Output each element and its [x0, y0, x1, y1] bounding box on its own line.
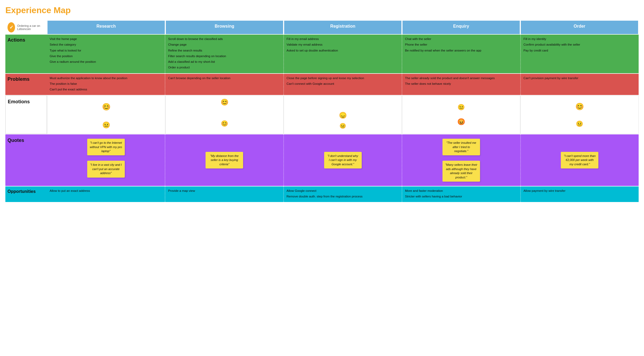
actions-browsing: Scroll down to browse the classified ads… [165, 35, 283, 73]
quotes-order: "I can't spend more than €2,000 per week… [521, 134, 639, 186]
quotes-label: Quotes [5, 134, 47, 186]
problems-research: Must authorize the application to know a… [47, 74, 165, 95]
emotions-enquiry: 😐 😡 [402, 96, 520, 134]
logo-icon [8, 22, 15, 32]
opportunities-order: Allow payment by wire transfer [521, 186, 639, 202]
quote-enquiry-2: "Many sellers leave their ads although t… [442, 161, 480, 182]
problems-order: Can't provision payment by wire transfer [521, 74, 639, 95]
emotions-research: 😊 😐 [47, 96, 165, 134]
quotes-row: Quotes "I can't go to the Internet witho… [5, 134, 639, 186]
experience-map: Ordering a car on Leboncoin Research Bro… [5, 20, 639, 203]
header-row: Ordering a car on Leboncoin Research Bro… [5, 20, 639, 35]
emotion-browsing-neutral: 😊 [221, 119, 229, 128]
opportunities-registration: Allow Google connect Remove double auth.… [284, 186, 402, 202]
phase-browsing: Browsing [165, 20, 284, 35]
quotes-enquiry: "The seller insulted me after I tried to… [402, 134, 520, 186]
quote-enquiry-1: "The seller insulted me after I tried to… [442, 139, 480, 155]
emotion-research-happy: 😊 [102, 102, 111, 112]
quote-registration-1: "I don't understand why I can't sign in … [324, 152, 362, 168]
emotion-registration-neutral: 😐 [339, 122, 347, 130]
emotions-label: Emotions [5, 96, 47, 134]
problems-enquiry: The seller already sold the product and … [402, 74, 520, 95]
opportunities-row: Opportunities Allow to put an exact addr… [5, 186, 639, 203]
page-title: Experience Map [5, 5, 639, 15]
phase-headers: Research Browsing Registration Enquiry O… [47, 20, 639, 35]
emotions-registration: 😞 😐 [284, 96, 402, 134]
phase-enquiry: Enquiry [402, 20, 520, 35]
emotion-browsing-happy: 😊 [221, 97, 229, 107]
emotion-order-neutral: 😐 [575, 119, 584, 128]
opportunities-label: Opportunities [5, 186, 47, 202]
quote-order-1: "I can't spend more than €2,000 per week… [561, 152, 598, 168]
logo-text: Ordering a car on Leboncoin [17, 24, 45, 31]
quotes-browsing: "My distance from the seller is a key bu… [165, 134, 283, 186]
problems-browsing: Can't browse depending on the seller loc… [165, 74, 283, 95]
emotions-row: Emotions 😊 😐 😊 😊 [5, 96, 639, 134]
logo-area: Ordering a car on Leboncoin [5, 20, 47, 35]
actions-registration: Fill in my email address Validate my ema… [284, 35, 402, 73]
emotion-registration-sad: 😞 [339, 111, 347, 120]
emotion-enquiry-angry: 😡 [457, 117, 465, 127]
emotion-order-happy: 😊 [575, 101, 584, 112]
quote-browsing-1: "My distance from the seller is a key bu… [206, 152, 243, 168]
emotions-browsing: 😊 😊 [165, 96, 284, 134]
phase-registration: Registration [284, 20, 402, 35]
emotions-cells: 😊 😐 😊 😊 😞 😐 😐 😡 [47, 96, 639, 134]
quotes-cells: "I can't go to the Internet without VPN … [47, 134, 639, 186]
emotion-enquiry-neutral: 😐 [457, 103, 465, 112]
opportunities-browsing: Provide a map view [165, 186, 283, 202]
problems-row: Problems Must authorize the application … [5, 74, 639, 96]
quote-research-1: "I can't go to the Internet without VPN … [87, 139, 125, 155]
actions-label: Actions [5, 35, 47, 73]
opportunities-research: Allow to put an exact address [47, 186, 165, 202]
problems-registration: Close the page before signing up and loo… [284, 74, 402, 95]
phase-order: Order [520, 20, 639, 35]
problems-label: Problems [5, 74, 47, 95]
actions-order: Fill in my identity Confirm product avai… [521, 35, 639, 73]
quote-research-2: "I live in a vast city and I can't put a… [87, 161, 125, 177]
actions-enquiry: Chat with the seller Phone the seller Be… [402, 35, 520, 73]
emotions-order: 😊 😐 [520, 96, 639, 134]
emotion-research-neutral: 😐 [102, 120, 111, 130]
opportunities-cells: Allow to put an exact address Provide a … [47, 186, 639, 202]
quotes-registration: "I don't understand why I can't sign in … [284, 134, 402, 186]
phase-research: Research [47, 20, 165, 35]
problems-cells: Must authorize the application to know a… [47, 74, 639, 95]
opportunities-enquiry: More and faster moderation Stricter with… [402, 186, 520, 202]
actions-cells: Visit the home page Select the category … [47, 35, 639, 73]
quotes-research: "I can't go to the Internet without VPN … [47, 134, 165, 186]
actions-row: Actions Visit the home page Select the c… [5, 35, 639, 74]
actions-research: Visit the home page Select the category … [47, 35, 165, 73]
